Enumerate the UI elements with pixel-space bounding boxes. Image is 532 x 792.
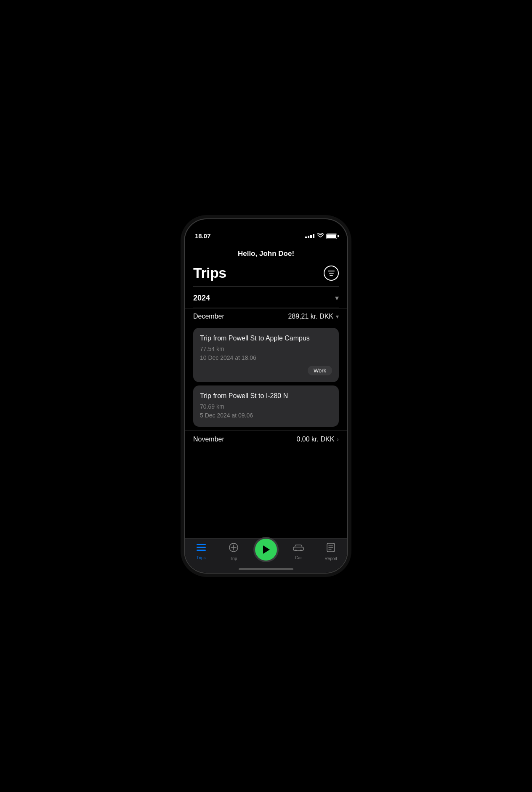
december-label: December xyxy=(193,313,224,320)
wifi-icon xyxy=(317,233,324,239)
tab-record[interactable] xyxy=(253,543,279,562)
trips-tab-icon xyxy=(197,543,206,554)
trip-tab-icon xyxy=(229,543,238,555)
status-time: 18.07 xyxy=(195,232,211,239)
svg-rect-6 xyxy=(293,547,303,550)
report-tab-label: Report xyxy=(325,556,337,561)
november-label: November xyxy=(193,436,224,443)
battery-icon xyxy=(326,234,337,239)
svg-rect-1 xyxy=(197,547,206,548)
svg-rect-0 xyxy=(197,544,206,545)
filter-button[interactable] xyxy=(324,266,339,281)
svg-point-7 xyxy=(295,550,297,551)
svg-rect-2 xyxy=(197,550,206,551)
car-tab-icon xyxy=(293,543,304,554)
record-button[interactable] xyxy=(253,537,279,562)
page-title-row: Trips xyxy=(185,261,347,286)
trip-date-1: 10 Dec 2024 at 18.06 xyxy=(200,353,332,362)
report-tab-icon xyxy=(327,543,335,555)
trips-tab-label: Trips xyxy=(197,555,206,560)
tab-bar: Trips Trip xyxy=(185,538,347,573)
year-chevron-icon: ▾ xyxy=(335,293,339,303)
trip-title-2: Trip from Powell St to I-280 N xyxy=(200,392,332,400)
tab-trip[interactable]: Trip xyxy=(221,543,246,561)
home-indicator xyxy=(239,568,293,570)
filter-icon xyxy=(328,271,335,276)
car-tab-label: Car xyxy=(295,555,302,560)
svg-point-8 xyxy=(300,550,302,551)
greeting-text: Hello, John Doe! xyxy=(185,243,347,261)
november-chevron-icon: › xyxy=(337,436,339,443)
december-chevron-icon: ▾ xyxy=(336,313,339,320)
trip-title-1: Trip from Powell St to Apple Campus xyxy=(200,335,332,342)
tab-car[interactable]: Car xyxy=(286,543,311,560)
trip-distance-2: 70.69 km xyxy=(200,402,332,411)
trip-date-2: 5 Dec 2024 at 09.06 xyxy=(200,411,332,420)
signal-icon xyxy=(305,234,314,238)
tab-trips[interactable]: Trips xyxy=(189,543,214,560)
phone-frame: 18.07 xyxy=(184,218,348,574)
december-amount: 289,21 kr. DKK ▾ xyxy=(288,313,339,320)
november-amount: 0,00 kr. DKK › xyxy=(297,436,339,443)
trip-card-2[interactable]: Trip from Powell St to I-280 N 70.69 km … xyxy=(193,385,339,427)
page-title: Trips xyxy=(193,265,226,281)
status-icons xyxy=(305,233,337,239)
trip-tab-label: Trip xyxy=(230,556,237,561)
december-month-row[interactable]: December 289,21 kr. DKK ▾ xyxy=(185,308,347,324)
work-badge: Work xyxy=(308,366,332,375)
dynamic-island xyxy=(241,224,291,239)
trip-card-1[interactable]: Trip from Powell St to Apple Campus 77.5… xyxy=(193,328,339,382)
november-month-row[interactable]: November 0,00 kr. DKK › xyxy=(185,430,347,448)
tab-report[interactable]: Report xyxy=(318,543,343,561)
phone-screen: 18.07 xyxy=(185,219,347,573)
trip-footer-1: Work xyxy=(200,366,332,375)
power-button xyxy=(347,303,348,333)
trip-distance-1: 77.54 km xyxy=(200,345,332,353)
record-button-inner xyxy=(255,539,277,561)
year-row[interactable]: 2024 ▾ xyxy=(185,287,347,308)
year-label: 2024 xyxy=(193,294,210,303)
play-icon xyxy=(263,545,270,554)
main-content: Hello, John Doe! Trips 2024 ▾ xyxy=(185,243,347,538)
